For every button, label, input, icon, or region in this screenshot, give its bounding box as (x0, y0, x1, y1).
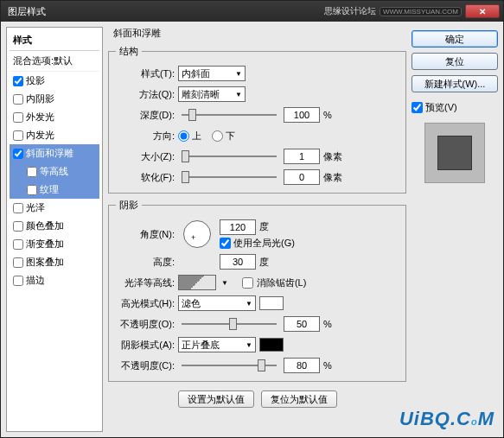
shadow-mode-combo[interactable]: 正片叠底▼ (178, 337, 256, 352)
preview-label: 预览(V) (425, 101, 457, 114)
shading-legend: 阴影 (116, 199, 142, 212)
highlight-mode-combo[interactable]: 滤色▼ (178, 295, 256, 311)
style-drop-shadow[interactable]: 投影 (10, 72, 99, 90)
highlight-opacity-slider[interactable] (182, 316, 277, 332)
watermark: UiBQ.CoM (399, 408, 494, 430)
chevron-down-icon: ▼ (235, 70, 242, 78)
style-pattern-overlay[interactable]: 图案叠加 (10, 253, 99, 271)
styles-header: 样式 (10, 30, 99, 51)
chk-stroke[interactable] (13, 276, 23, 286)
style-inner-shadow[interactable]: 内阴影 (10, 90, 99, 108)
method-label: 方法(Q): (116, 88, 175, 101)
preview-box (424, 123, 485, 183)
chk-bevel[interactable] (13, 149, 23, 159)
gloss-label: 光泽等高线: (116, 276, 175, 289)
chevron-down-icon: ▼ (235, 91, 242, 98)
highlight-color-swatch[interactable] (259, 296, 284, 310)
altitude-input[interactable] (220, 254, 256, 270)
highlight-mode-label: 高光模式(H): (116, 297, 175, 310)
depth-input[interactable] (284, 107, 320, 123)
style-bevel[interactable]: 斜面和浮雕 (10, 144, 99, 162)
method-combo[interactable]: 雕刻清晰▼ (178, 86, 246, 102)
shadow-opacity-label: 不透明度(C): (116, 359, 175, 372)
chevron-down-icon: ▼ (246, 341, 252, 349)
direction-up-radio[interactable] (178, 130, 189, 142)
preview-checkbox[interactable] (411, 102, 423, 113)
style-texture[interactable]: 纹理 (10, 181, 99, 199)
highlight-opacity-input[interactable] (284, 316, 320, 332)
depth-slider[interactable] (182, 107, 277, 123)
reset-default-button[interactable]: 复位为默认值 (261, 390, 337, 408)
direction-label: 方向: (116, 130, 175, 143)
soften-label: 软化(F): (116, 171, 175, 184)
depth-label: 深度(D): (116, 109, 175, 122)
title-bar: 图层样式 思缘设计论坛 WWW.MISSYUAN.COM ✕ (1, 1, 503, 22)
window-title: 图层样式 (4, 5, 324, 18)
direction-down-radio[interactable] (212, 130, 223, 142)
chk-satin[interactable] (13, 203, 23, 213)
chevron-down-icon: ▼ (246, 300, 252, 308)
angle-input[interactable] (220, 219, 256, 235)
panel-title: 斜面和浮雕 (108, 27, 406, 40)
settings-panel: 斜面和浮雕 结构 样式(T): 内斜面▼ 方法(Q): 雕刻清晰▼ 深度(D):… (108, 27, 406, 432)
antialias-label: 消除锯齿(L) (257, 276, 306, 289)
style-inner-glow[interactable]: 内发光 (10, 126, 99, 144)
chk-inner-glow[interactable] (13, 130, 23, 141)
chk-contour[interactable] (27, 167, 37, 177)
action-panel: 确定 复位 新建样式(W)... 预览(V) (411, 27, 498, 432)
highlight-opacity-label: 不透明度(O): (116, 318, 175, 331)
gloss-contour-picker[interactable] (178, 275, 216, 290)
size-unit: 像素 (323, 150, 346, 163)
global-light-label: 使用全局光(G) (233, 237, 295, 250)
depth-unit: % (323, 110, 346, 120)
shadow-opacity-slider[interactable] (182, 358, 277, 373)
shading-group: 阴影 角度(N): + 度 使用全局光(G) (108, 199, 406, 382)
size-label: 大小(Z): (116, 150, 175, 163)
altitude-label: 高度: (116, 256, 175, 269)
soften-unit: 像素 (323, 171, 346, 184)
make-default-button[interactable]: 设置为默认值 (178, 390, 254, 408)
angle-label: 角度(N): (116, 228, 175, 241)
style-outer-glow[interactable]: 外发光 (10, 108, 99, 126)
chk-texture[interactable] (27, 185, 37, 195)
styles-list: 样式 混合选项:默认 投影 内阴影 外发光 内发光 斜面和浮雕 等高线 纹理 光… (6, 27, 103, 432)
style-stroke[interactable]: 描边 (10, 271, 99, 289)
url-text: WWW.MISSYUAN.COM (380, 7, 462, 16)
chk-pattern-overlay[interactable] (13, 257, 23, 268)
antialias-checkbox[interactable] (242, 277, 253, 289)
style-combo[interactable]: 内斜面▼ (178, 66, 246, 81)
close-button[interactable]: ✕ (465, 4, 500, 18)
style-contour[interactable]: 等高线 (10, 162, 99, 181)
size-input[interactable] (284, 149, 320, 164)
soften-input[interactable] (284, 169, 320, 185)
shadow-opacity-input[interactable] (284, 358, 320, 373)
shadow-mode-label: 阴影模式(A): (116, 339, 175, 352)
new-style-button[interactable]: 新建样式(W)... (411, 75, 498, 92)
soften-slider[interactable] (182, 169, 277, 185)
ok-button[interactable]: 确定 (411, 30, 498, 48)
forum-text: 思缘设计论坛 (324, 5, 376, 17)
cancel-button[interactable]: 复位 (411, 53, 498, 70)
chevron-down-icon[interactable]: ▼ (221, 279, 228, 287)
size-slider[interactable] (182, 149, 277, 164)
style-satin[interactable]: 光泽 (10, 199, 99, 217)
style-gradient-overlay[interactable]: 渐变叠加 (10, 235, 99, 253)
style-label: 样式(T): (116, 67, 175, 80)
chk-gradient-overlay[interactable] (13, 239, 23, 250)
preview-swatch (437, 136, 472, 170)
global-light-checkbox[interactable] (220, 238, 231, 249)
shadow-color-swatch[interactable] (259, 338, 284, 352)
chk-color-overlay[interactable] (13, 221, 23, 232)
structure-legend: 结构 (116, 45, 142, 58)
structure-group: 结构 样式(T): 内斜面▼ 方法(Q): 雕刻清晰▼ 深度(D): % 方向: (108, 45, 406, 194)
chk-inner-shadow[interactable] (13, 94, 23, 105)
chk-outer-glow[interactable] (13, 112, 23, 123)
blend-options[interactable]: 混合选项:默认 (10, 51, 99, 72)
style-color-overlay[interactable]: 颜色叠加 (10, 217, 99, 235)
chk-drop-shadow[interactable] (13, 76, 23, 86)
angle-dial[interactable]: + (183, 220, 211, 248)
